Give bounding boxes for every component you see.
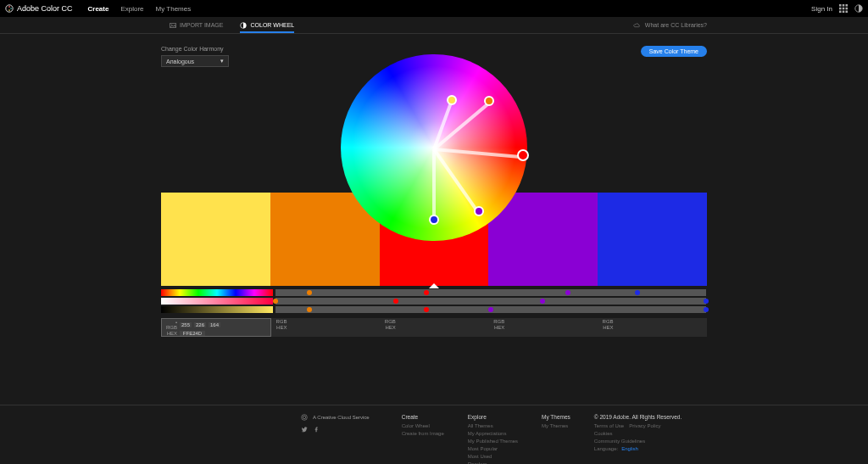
footer-link[interactable]: Color Wheel [402,423,444,428]
svg-rect-5 [843,4,845,7]
adobe-color-icon [5,4,14,13]
harmony-label: Change Color Harmony [161,46,229,52]
svg-rect-4 [839,4,842,7]
twitter-icon[interactable] [301,426,308,433]
tab-wheel-label: COLOR WHEEL [250,22,294,28]
nav-create[interactable]: Create [88,5,109,13]
wheel-handle[interactable] [429,215,439,225]
rgb-label: RGB [492,319,504,324]
slider-handle[interactable] [704,307,709,312]
value-cell[interactable]: RGBHEX [598,318,707,337]
wheel-handle[interactable] [484,96,494,106]
main-area: Change Color Harmony Analogous ▾ Save Co… [0,34,868,337]
value-cell[interactable]: RGBHEX [489,318,598,337]
saturation-gradient[interactable] [161,298,273,305]
language-select[interactable]: English [621,446,638,451]
nav-explore[interactable]: Explore [120,5,143,13]
wheel-spoke [432,148,480,215]
slider-handle[interactable] [565,290,570,295]
svg-rect-7 [839,8,842,10]
facebook-icon[interactable] [313,426,320,433]
footer-link[interactable]: Most Used [468,454,518,459]
wheel-spoke [432,149,436,221]
brightness-gradient[interactable] [161,306,273,313]
svg-rect-10 [839,11,842,14]
svg-point-17 [302,415,308,421]
rgb-g[interactable]: 226 [194,322,206,327]
cc-libraries-link[interactable]: What are CC Libraries? [633,22,707,29]
chevron-down-icon: ▾ [220,58,224,64]
slider-handle[interactable] [540,299,545,304]
hex-label: HEX [275,325,287,330]
tab-import-label: IMPORT IMAGE [180,22,223,28]
value-cell[interactable]: RGBHEX [381,318,489,337]
rgb-label: RGB [384,319,396,324]
harmony-selected: Analogous [166,59,194,64]
signin-link[interactable]: Sign In [811,5,832,13]
svg-rect-8 [843,8,845,10]
language-label: Language: [594,446,618,451]
slider-track[interactable] [275,298,706,305]
grid-icon[interactable] [839,4,848,13]
harmony-select[interactable]: Analogous ▾ [161,55,229,67]
contrast-icon[interactable] [854,4,863,13]
slider-handle[interactable] [424,290,429,295]
slider-handle[interactable] [393,299,398,304]
slider-handle[interactable] [635,290,640,295]
rgb-r[interactable]: 255 [180,322,192,327]
logo[interactable]: Adobe Color CC [5,4,73,13]
value-cell[interactable]: RGBHEX [271,318,380,337]
copyright: © 2019 Adobe. All Rights Reserved. [594,414,682,420]
hex-value[interactable]: FFE24D [180,331,205,336]
wheel-spoke [434,148,523,159]
svg-rect-12 [846,11,849,14]
svg-point-2 [10,8,12,9]
wheel-handle[interactable] [517,149,529,161]
footer-link[interactable]: Most Popular [468,446,518,451]
slider-track[interactable] [275,306,706,313]
footer-link[interactable]: My Themes [542,423,570,428]
top-nav: Adobe Color CC Create Explore My Themes … [0,0,868,17]
rgb-label: RGB [602,319,614,324]
sliders-panel: • RGB255226164HEXFFE24DRGBHEXRGBHEXRGBHE… [161,289,707,337]
footer-link[interactable]: Create from Image [402,431,444,436]
subtabs: IMPORT IMAGE COLOR WHEEL What are CC Lib… [0,17,868,34]
wheel-handle[interactable] [447,95,457,105]
tab-import-image[interactable]: IMPORT IMAGE [170,22,223,29]
service-label: A Creative Cloud Service [313,415,370,420]
footer-heading: Explore [468,414,518,420]
svg-rect-9 [846,8,849,10]
contrast-icon [240,22,247,29]
slider-handle[interactable] [307,290,312,295]
slider-track[interactable] [275,289,706,296]
value-cell[interactable]: • RGB255226164HEXFFE24D [161,318,271,337]
footer-link[interactable]: My Published Themes [468,439,518,444]
slider-handle[interactable] [424,307,429,312]
rgb-b[interactable]: 164 [209,322,220,327]
footer-link[interactable]: Community Guidelines [594,439,682,444]
wheel-handle[interactable] [474,206,484,216]
slider-handle[interactable] [307,307,312,312]
active-swatch-pointer [429,283,439,288]
hue-gradient[interactable] [161,289,273,296]
slider-handle[interactable] [704,299,709,304]
color-wheel[interactable] [341,54,527,241]
footer-link[interactable]: All Themes [468,423,518,428]
swatch[interactable] [598,193,707,286]
slider-handle[interactable] [488,307,493,312]
rgb-label: • RGB [165,320,177,330]
footer: A Creative Cloud Service CreateColor Whe… [0,405,868,464]
nav-mythemes[interactable]: My Themes [156,5,192,13]
footer-link[interactable]: My Appreciations [468,431,518,436]
slider-handle[interactable] [273,299,278,304]
footer-link[interactable]: Terms of Use [594,423,624,428]
tab-color-wheel[interactable]: COLOR WHEEL [240,22,294,33]
footer-link[interactable]: Privacy Policy [629,423,660,428]
footer-link[interactable]: Cookies [594,431,682,436]
swatch[interactable] [161,193,270,286]
save-theme-button[interactable]: Save Color Theme [641,46,707,57]
creative-cloud-icon [301,414,308,421]
hex-label: HEX [384,325,396,330]
svg-point-18 [303,416,305,418]
hex-label: HEX [492,325,504,330]
